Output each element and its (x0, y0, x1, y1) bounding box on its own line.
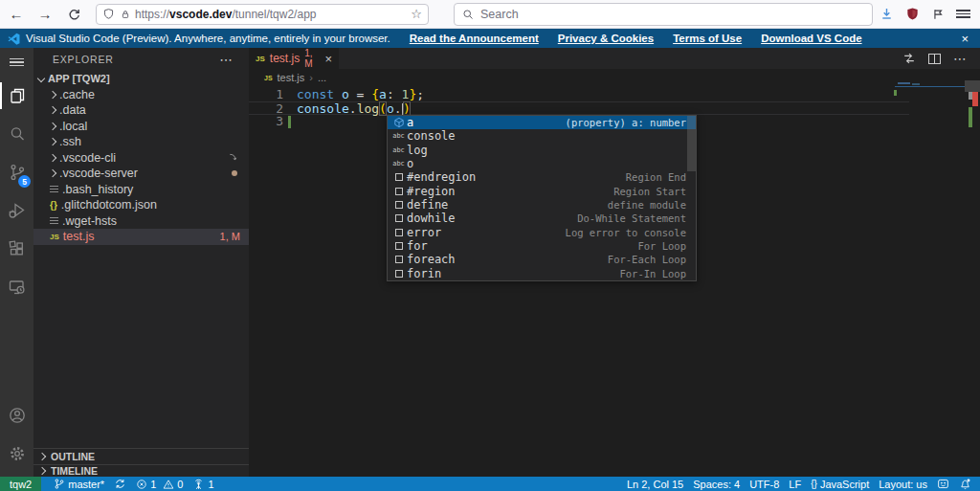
banner-link[interactable]: Terms of Use (673, 33, 742, 44)
tree-item--vscode-server[interactable]: .vscode-server (33, 166, 249, 182)
search-sidebar-icon[interactable] (0, 115, 33, 153)
status-ln-2-col-15[interactable]: Ln 2, Col 15 (622, 479, 688, 490)
status-utf-8[interactable]: UTF-8 (745, 479, 784, 490)
status-spaces-4[interactable]: Spaces: 4 (688, 479, 745, 490)
remote-explorer-icon[interactable] (0, 268, 33, 306)
tree-item--ssh[interactable]: .ssh (33, 134, 249, 150)
tree-item--glitchdotcom-json[interactable]: {}.glitchdotcom.json (33, 197, 249, 213)
ports-item[interactable]: 1 (188, 478, 218, 490)
suggest-widget: a(property) a: numberabcconsoleabclogabc… (387, 115, 697, 281)
tree-item--data[interactable]: .data (33, 102, 249, 119)
suggest-item--endregion[interactable]: #endregionRegion End (388, 170, 696, 184)
explorer-icon[interactable] (0, 77, 33, 115)
feedback-item[interactable] (932, 478, 954, 490)
suggest-item-forin[interactable]: forinFor-In Loop (388, 267, 696, 280)
suggest-detail: define module (608, 199, 693, 211)
settings-gear-icon[interactable] (0, 435, 33, 473)
tree-item-label: .vscode-server (59, 167, 138, 180)
bookmark-star-icon[interactable]: ☆ (411, 7, 422, 21)
word-icon: abc (390, 146, 407, 154)
tree-item--vscode-cli[interactable]: .vscode-cli (33, 150, 249, 167)
tab-close-icon[interactable]: × (324, 52, 332, 66)
suggest-item-error[interactable]: errorLog error to console (388, 226, 696, 239)
tree-item--wget-hsts[interactable]: .wget-hsts (33, 213, 249, 230)
breadcrumb-file[interactable]: test.js (278, 72, 305, 83)
banner-close-icon[interactable]: × (957, 32, 972, 46)
tree-item-label: .wget-hsts (62, 214, 117, 228)
suggest-scrollbar[interactable] (687, 116, 696, 171)
downloads-icon[interactable] (880, 7, 894, 21)
status-right: Ln 2, Col 15Spaces: 4UTF-8LF{}JavaScript… (622, 478, 980, 490)
account-icon[interactable] (0, 396, 33, 435)
suggest-item--region[interactable]: #regionRegion Start (388, 185, 696, 198)
banner-link[interactable]: Privacy & Cookies (558, 33, 654, 44)
suggest-item-dowhile[interactable]: dowhileDo-While Statement (388, 212, 696, 225)
run-debug-icon[interactable] (0, 191, 33, 230)
lock-icon[interactable] (120, 9, 131, 20)
ublock-shield-icon[interactable] (905, 7, 920, 21)
code-editor[interactable]: 1const o = {a: 1};2console.log(o.)3 a(pr… (249, 86, 980, 128)
chevron-right-icon (38, 453, 46, 460)
tree-item--cache[interactable]: .cache (33, 87, 249, 103)
suggest-item-define[interactable]: definedefine module (388, 198, 696, 212)
suggest-item-log[interactable]: abclog (388, 144, 696, 157)
editor-more-actions-icon[interactable]: ⋯ (953, 54, 967, 63)
suggest-label: a (407, 116, 413, 129)
section-outline[interactable]: OUTLINE (33, 448, 249, 464)
git-branch-item[interactable]: master* (49, 478, 109, 490)
suggest-item-console[interactable]: abcconsole (388, 129, 696, 143)
split-editor-icon[interactable] (928, 54, 941, 64)
tree-item-test-js[interactable]: JStest.js1, M (33, 229, 249, 245)
sync-item[interactable] (109, 478, 131, 490)
banner-link[interactable]: Read the Announcement (410, 33, 539, 44)
tree-root[interactable]: APP [TQW2] (33, 71, 249, 87)
braces-icon: {} (811, 479, 817, 489)
scrollbar-slider[interactable] (965, 80, 980, 92)
status-lf[interactable]: LF (784, 479, 806, 490)
sidebar-actions-icon[interactable]: ⋯ (219, 52, 234, 67)
source-control-icon[interactable]: 5 (0, 153, 33, 191)
reload-icon[interactable] (61, 3, 86, 26)
tab-testjs[interactable]: JS test.js 1, M × (249, 48, 339, 69)
code-line-2[interactable]: 2console.log(o.) (249, 101, 909, 115)
banner-link[interactable]: Download VS Code (761, 33, 861, 44)
url-bar[interactable]: https://vscode.dev/tunnel/tqw2/app ☆ (96, 4, 429, 25)
workbench: 5 EXPLORER ⋯ APP [TQW2].cache.data.local… (0, 48, 980, 477)
word-icon: abc (390, 132, 407, 140)
search-placeholder: Search (480, 8, 519, 21)
status-layout-us[interactable]: Layout: us (874, 479, 932, 490)
suggest-label: error (407, 226, 441, 239)
tracking-shield-icon[interactable] (102, 8, 115, 20)
status-label: Ln 2, Col 15 (627, 479, 683, 490)
snippet-icon (390, 270, 407, 278)
application-menu-icon[interactable] (0, 48, 33, 77)
suggest-list: a(property) a: numberabcconsoleabclogabc… (388, 116, 696, 280)
status-javascript[interactable]: {}JavaScript (806, 479, 874, 490)
tab-bar: JS test.js 1, M × ⋯ (249, 48, 980, 69)
notifications-item[interactable] (954, 478, 976, 490)
remote-indicator[interactable]: tqw2 (0, 477, 41, 491)
menu-hamburger-icon[interactable] (956, 8, 970, 19)
code-line-1[interactable]: 1const o = {a: 1}; (249, 88, 980, 101)
problems-item[interactable]: 1 0 (131, 479, 188, 490)
snippet-icon (390, 242, 407, 250)
back-icon[interactable]: ← (4, 3, 29, 26)
suggest-item-foreach[interactable]: foreachFor-Each Loop (388, 253, 696, 266)
breadcrumb-separator: › (309, 72, 313, 83)
suggest-item-o[interactable]: abco (388, 157, 696, 170)
feedback-smiley-icon (937, 478, 949, 490)
tree-item--bash-history[interactable]: .bash_history (33, 182, 249, 198)
line-number: 3 (249, 115, 283, 128)
suggest-item-a[interactable]: a(property) a: number (388, 116, 696, 129)
breadcrumb-symbol[interactable]: ... (318, 72, 326, 83)
suggest-item-for[interactable]: forFor Loop (388, 239, 696, 253)
url-text[interactable]: https://vscode.dev/tunnel/tqw2/app (135, 8, 411, 21)
section-timeline[interactable]: TIMELINE (33, 464, 249, 477)
page-actions-icon[interactable] (931, 8, 945, 21)
search-input[interactable]: Search (454, 3, 873, 26)
forward-icon[interactable]: → (33, 3, 57, 26)
open-changes-icon[interactable] (902, 52, 916, 65)
extensions-icon[interactable] (0, 230, 33, 268)
breadcrumb[interactable]: JS test.js › ... (249, 69, 980, 86)
tree-item--local[interactable]: .local (33, 119, 249, 135)
